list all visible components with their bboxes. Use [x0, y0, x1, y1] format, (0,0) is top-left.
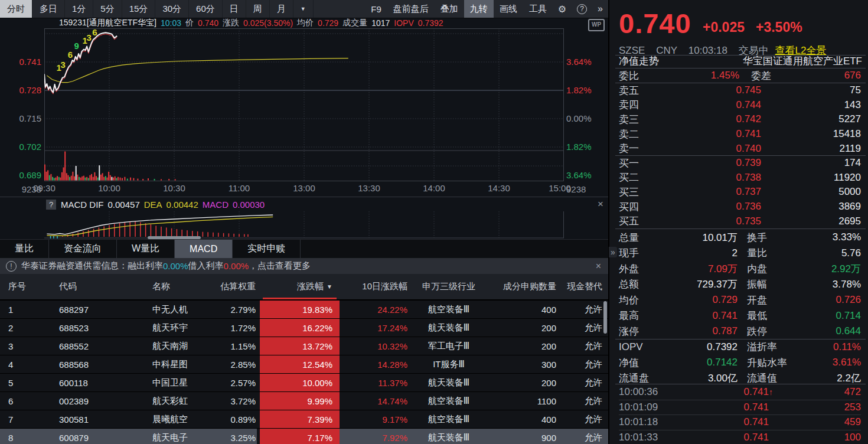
tab-实时申赎[interactable]: 实时申赎 [233, 240, 301, 258]
tab-period-60分[interactable]: 60分 [189, 0, 223, 18]
notice-close-icon[interactable]: × [596, 261, 601, 272]
volume-bar [47, 170, 48, 180]
column-header-估算权重[interactable]: 估算权重 [201, 274, 257, 299]
table-header-row: 序号代码名称估算权重涨跌幅▼10日涨跌幅申万三级行业成分申购数量现金替代 [0, 274, 608, 301]
column-header-序号[interactable]: 序号 [0, 274, 35, 299]
tab-量比[interactable]: 量比 [0, 240, 49, 258]
volume-bar [137, 179, 138, 181]
help-icon[interactable]: ? [572, 0, 592, 18]
ask-row[interactable]: 卖二0.74115418 [619, 127, 861, 142]
table-row[interactable]: 7300581晨曦航空0.89%7.39%9.17%航空装备Ⅲ400允许 [0, 410, 608, 429]
column-header-涨跌幅[interactable]: 涨跌幅▼ [260, 274, 340, 299]
ask-row[interactable]: 卖四0.744143 [619, 98, 861, 113]
minute-chart[interactable]: 13691369 [44, 28, 564, 181]
tab-period-30分[interactable]: 30分 [155, 0, 189, 18]
macd-histogram-bar [114, 224, 115, 237]
cell-cash: 允许 [558, 374, 608, 391]
column-header-现金替代[interactable]: 现金替代 [558, 274, 608, 299]
toolbar-item-画线[interactable]: 画线 [494, 0, 523, 18]
bid-row[interactable]: 买一0.739174 [619, 156, 861, 171]
tab-MACD[interactable]: MACD [175, 240, 233, 258]
volume-bar [96, 176, 97, 180]
cell-chg10: 14.74% [340, 392, 410, 410]
macd-help-icon[interactable]: ? [46, 200, 56, 210]
table-row[interactable]: 4688568中科星图2.85%12.54%14.28%IT服务Ⅲ300允许 [0, 355, 608, 374]
macd-histogram-bar [233, 234, 234, 237]
macd-histogram-bar [223, 233, 224, 237]
volume-bar [44, 165, 45, 181]
minute-chart-area[interactable]: 13691369 0.7410.7280.7150.7020.6899238 3… [0, 28, 608, 197]
table-scrollbar[interactable] [603, 301, 607, 334]
table-row[interactable]: 6002389航天彩虹3.72%9.99%14.74%航空装备Ⅲ1100允许 [0, 392, 608, 410]
tab-period-周[interactable]: 周 [246, 0, 270, 18]
tab-period-分时[interactable]: 分时 [0, 0, 32, 18]
notice-more-link[interactable]: ，点击查看更多 [249, 260, 311, 272]
volume-bar [80, 178, 81, 181]
volume-bar [64, 152, 66, 181]
table-row[interactable]: 2688523航天环宇1.72%16.22%17.24%航天装备Ⅲ200允许 [0, 319, 608, 337]
tick-row: 10:01:090.741253 [619, 400, 861, 416]
ask-row[interactable]: 卖五0.74575 [619, 83, 861, 98]
stat-label: 流通值 [747, 371, 813, 385]
volume-bar [133, 178, 134, 181]
cell-weight: 2.79% [201, 301, 257, 318]
volume-bar [74, 177, 75, 181]
cell-cash: 允许 [558, 410, 608, 428]
column-header-名称[interactable]: 名称 [118, 274, 201, 299]
tab-period-1分[interactable]: 1分 [65, 0, 93, 18]
cell-code: 688552 [35, 337, 118, 355]
table-row[interactable]: 5600118中国卫星2.57%10.00%11.37%航天装备Ⅲ200允许 [0, 374, 608, 392]
stat-value: 3.33% [813, 231, 861, 243]
column-header-成分申购数量[interactable]: 成分申购数量 [487, 274, 558, 299]
bid-row[interactable]: 买五0.7352695 [619, 214, 861, 228]
macd-close-icon[interactable]: × [598, 198, 603, 210]
table-row[interactable]: 1688297中无人机2.79%19.83%24.22%航空装备Ⅲ400允许 [0, 301, 608, 319]
ask-row[interactable]: 卖一0.7402119 [619, 141, 861, 156]
tab-W量比[interactable]: W量比 [117, 240, 175, 258]
toolbar-item-F9[interactable]: F9 [365, 0, 387, 18]
bid-row[interactable]: 买三0.7375000 [619, 185, 861, 200]
stat-value: 729.37万 [665, 278, 738, 291]
stat-label: 流通盘 [619, 371, 665, 385]
tab-period-15分[interactable]: 15分 [122, 0, 156, 18]
tab-资金流向[interactable]: 资金流向 [49, 240, 117, 258]
stat-row: 均价0.729开盘0.726 [619, 292, 861, 308]
volume-bar [85, 178, 86, 181]
table-row[interactable]: 3688552航天南湖1.15%13.72%10.32%军工电子Ⅲ200允许 [0, 337, 608, 355]
tick-list[interactable]: 10:00:360.741↑47210:01:090.74125310:01:1… [619, 385, 861, 444]
chart-header: 159231[通用航空ETF华宝] 10:03 价 0.740 涨跌 0.025… [0, 18, 608, 28]
ask-volume: 15418 [761, 128, 861, 140]
tab-period-多日[interactable]: 多日 [32, 0, 65, 18]
cell-industry: 航天装备Ⅲ [410, 429, 487, 444]
column-header-10日涨跌幅[interactable]: 10日涨跌幅 [340, 274, 410, 299]
macd-chart[interactable] [44, 211, 564, 239]
tick-row: 10:00:360.741↑472 [619, 385, 861, 400]
nine-turn-marker: 6 [68, 50, 73, 60]
bid-row[interactable]: 买二0.73811920 [619, 171, 861, 185]
ask-row[interactable]: 卖三0.7425227 [619, 112, 861, 127]
toolbar-item-叠加[interactable]: 叠加 [435, 0, 464, 18]
tab-period-月[interactable]: 月 [270, 0, 293, 18]
table-row[interactable]: 8600879航天电子3.25%7.17%7.92%航天装备Ⅲ900允许 [0, 429, 608, 444]
toolbar-item-盘前盘后[interactable]: 盘前盘后 [387, 0, 435, 18]
bid-row[interactable]: 买四0.7363869 [619, 200, 861, 214]
tab-period-5分[interactable]: 5分 [93, 0, 122, 18]
panel-collapse-icon[interactable]: » [609, 247, 617, 257]
ask-price: 0.745 [660, 84, 761, 96]
macd-histogram-bar [53, 236, 54, 239]
price-axis-label: 0.741 [2, 57, 41, 67]
column-header-代码[interactable]: 代码 [35, 274, 118, 299]
gear-icon[interactable]: ⚙ [553, 0, 572, 18]
toolbar-item-九转[interactable]: 九转 [464, 0, 494, 18]
chart-section: 分时多日1分5分15分30分60分日周月▼F9盘前盘后叠加九转画线工具⚙?» 1… [0, 0, 609, 444]
more-tools-icon[interactable]: » [592, 0, 608, 18]
tab-period-日[interactable]: 日 [223, 0, 246, 18]
notice-bar[interactable]: ! 华泰证券融资通供需信息：融出利率 0.00% 借入利率 0.00% ，点击查… [0, 258, 608, 275]
info-icon: ! [6, 261, 17, 272]
toolbar-item-工具[interactable]: 工具 [523, 0, 553, 18]
notice-text-prefix: 华泰证券融资通供需信息：融出利率 [21, 260, 163, 272]
column-header-申万三级行业[interactable]: 申万三级行业 [410, 274, 487, 299]
nav-trend-label[interactable]: 净值走势 [619, 54, 659, 68]
cell-seq: 4 [0, 355, 35, 373]
period-more-dropdown-icon[interactable]: ▼ [293, 0, 314, 18]
